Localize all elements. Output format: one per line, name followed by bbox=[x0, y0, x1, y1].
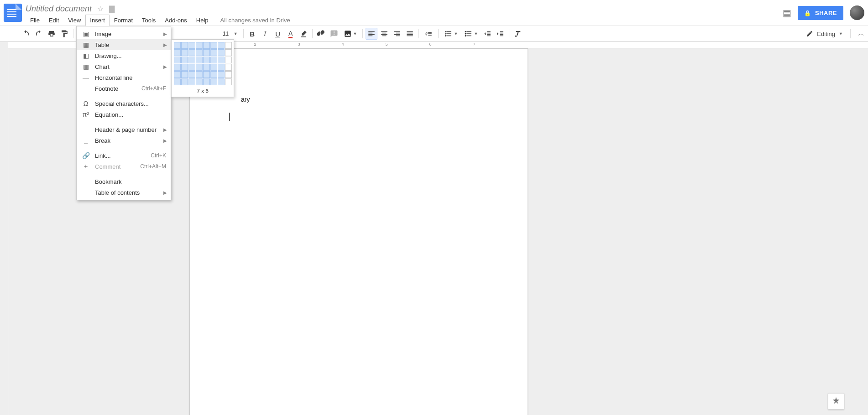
table-grid-cell[interactable] bbox=[196, 57, 203, 63]
table-grid-cell[interactable] bbox=[188, 71, 195, 78]
table-grid-cell[interactable] bbox=[210, 64, 217, 71]
insert-menu-item-special-characters[interactable]: ΩSpecial characters... bbox=[77, 98, 171, 109]
insert-menu-item-image[interactable]: ▣Image▶ bbox=[77, 28, 171, 39]
numbered-list-button[interactable]: ▼ bbox=[441, 30, 460, 38]
table-grid-cell[interactable] bbox=[188, 64, 195, 71]
table-grid-cell[interactable] bbox=[196, 49, 203, 56]
explore-button[interactable] bbox=[828, 393, 844, 410]
table-grid-cell[interactable] bbox=[188, 57, 195, 63]
insert-menu-item-header-page-number[interactable]: Header & page number▶ bbox=[77, 124, 171, 135]
increase-indent-button[interactable] bbox=[494, 28, 506, 40]
table-grid-cell[interactable] bbox=[181, 57, 188, 63]
table-grid-cell[interactable] bbox=[181, 71, 188, 78]
menu-help[interactable]: Help bbox=[192, 15, 213, 26]
undo-button[interactable] bbox=[20, 28, 32, 40]
menu-format[interactable]: Format bbox=[110, 15, 137, 26]
table-grid-cell[interactable] bbox=[225, 42, 232, 49]
redo-button[interactable] bbox=[33, 28, 45, 40]
table-grid-cell[interactable] bbox=[196, 78, 203, 85]
insert-menu-item-drawing[interactable]: ◧Drawing... bbox=[77, 50, 171, 61]
table-grid-cell[interactable] bbox=[196, 42, 203, 49]
italic-button[interactable]: I bbox=[259, 28, 271, 40]
folder-icon[interactable]: ▇ bbox=[109, 5, 115, 13]
bold-button[interactable]: B bbox=[246, 28, 258, 40]
table-grid-cell[interactable] bbox=[218, 71, 225, 78]
table-grid-cell[interactable] bbox=[181, 64, 188, 71]
table-grid-cell[interactable] bbox=[196, 64, 203, 71]
table-grid-cell[interactable] bbox=[225, 49, 232, 56]
table-grid-cell[interactable] bbox=[174, 78, 181, 85]
menu-file[interactable]: File bbox=[26, 15, 44, 26]
align-left-button[interactable] bbox=[366, 28, 377, 40]
insert-menu-item-horizontal-line[interactable]: —Horizontal line bbox=[77, 72, 171, 83]
table-grid-cell[interactable] bbox=[181, 42, 188, 49]
table-grid-cell[interactable] bbox=[174, 57, 181, 63]
insert-image-button[interactable]: ▼ bbox=[341, 30, 360, 38]
print-button[interactable] bbox=[46, 28, 58, 40]
insert-menu-item-table-of-contents[interactable]: Table of contents▶ bbox=[77, 187, 171, 198]
insert-link-button[interactable] bbox=[315, 28, 327, 40]
editing-mode-dropdown[interactable]: Editing ▼ bbox=[801, 30, 847, 37]
table-grid-cell[interactable] bbox=[203, 64, 210, 71]
table-grid-cell[interactable] bbox=[188, 42, 195, 49]
comments-icon[interactable]: ▤ bbox=[783, 7, 791, 18]
save-status[interactable]: All changes saved in Drive bbox=[220, 17, 290, 24]
table-grid-cell[interactable] bbox=[181, 78, 188, 85]
table-grid-cell[interactable] bbox=[181, 49, 188, 56]
insert-menu-item-break[interactable]: ⎯Break▶ bbox=[77, 135, 171, 146]
insert-menu-item-equation[interactable]: π²Equation... bbox=[77, 109, 171, 120]
table-grid-cell[interactable] bbox=[218, 64, 225, 71]
table-grid-cell[interactable] bbox=[174, 64, 181, 71]
docs-logo[interactable] bbox=[4, 4, 22, 22]
table-grid-cell[interactable] bbox=[225, 71, 232, 78]
highlight-button[interactable] bbox=[298, 28, 309, 40]
insert-menu-item-bookmark[interactable]: Bookmark bbox=[77, 176, 171, 187]
insert-menu-item-footnote[interactable]: FootnoteCtrl+Alt+F bbox=[77, 83, 171, 94]
decrease-indent-button[interactable] bbox=[481, 28, 493, 40]
menu-addons[interactable]: Add-ons bbox=[160, 15, 191, 26]
table-grid-cell[interactable] bbox=[218, 78, 225, 85]
table-grid-cell[interactable] bbox=[174, 71, 181, 78]
align-center-button[interactable] bbox=[378, 28, 390, 40]
insert-menu-item-link[interactable]: 🔗Link...Ctrl+K bbox=[77, 150, 171, 161]
table-grid-cell[interactable] bbox=[210, 78, 217, 85]
table-grid-cell[interactable] bbox=[210, 49, 217, 56]
table-grid-cell[interactable] bbox=[218, 49, 225, 56]
share-button[interactable]: SHARE bbox=[798, 6, 843, 20]
menu-view[interactable]: View bbox=[63, 15, 85, 26]
table-grid-cell[interactable] bbox=[218, 42, 225, 49]
document-title[interactable]: Untitled document bbox=[26, 4, 92, 14]
table-grid-cell[interactable] bbox=[203, 42, 210, 49]
table-grid[interactable] bbox=[174, 42, 231, 85]
insert-comment-button[interactable] bbox=[328, 28, 340, 40]
table-grid-cell[interactable] bbox=[203, 78, 210, 85]
line-spacing-button[interactable] bbox=[422, 30, 435, 38]
table-grid-cell[interactable] bbox=[188, 78, 195, 85]
table-grid-cell[interactable] bbox=[203, 71, 210, 78]
table-grid-cell[interactable] bbox=[225, 78, 232, 85]
table-grid-cell[interactable] bbox=[210, 57, 217, 63]
underline-button[interactable]: U bbox=[272, 28, 284, 40]
paint-format-button[interactable] bbox=[58, 28, 70, 40]
table-grid-cell[interactable] bbox=[203, 49, 210, 56]
collapse-toolbar-button[interactable]: ︿ bbox=[858, 30, 864, 38]
table-grid-cell[interactable] bbox=[196, 71, 203, 78]
font-size-dropdown[interactable]: 11 ▼ bbox=[217, 31, 241, 37]
table-grid-cell[interactable] bbox=[210, 42, 217, 49]
table-grid-cell[interactable] bbox=[174, 49, 181, 56]
table-grid-cell[interactable] bbox=[218, 57, 225, 63]
table-grid-cell[interactable] bbox=[188, 49, 195, 56]
avatar[interactable] bbox=[850, 5, 864, 20]
align-justify-button[interactable] bbox=[404, 28, 416, 40]
text-color-button[interactable]: A bbox=[285, 28, 297, 40]
star-icon[interactable]: ☆ bbox=[97, 5, 104, 13]
table-grid-cell[interactable] bbox=[203, 57, 210, 63]
insert-menu-item-chart[interactable]: ▥Chart▶ bbox=[77, 61, 171, 72]
insert-menu-item-table[interactable]: ▦Table▶ bbox=[77, 39, 171, 50]
table-grid-cell[interactable] bbox=[225, 64, 232, 71]
document-page[interactable]: ary bbox=[189, 48, 528, 415]
align-right-button[interactable] bbox=[391, 28, 403, 40]
bulleted-list-button[interactable]: ▼ bbox=[461, 30, 481, 38]
clear-formatting-button[interactable] bbox=[512, 28, 524, 40]
table-grid-cell[interactable] bbox=[225, 57, 232, 63]
